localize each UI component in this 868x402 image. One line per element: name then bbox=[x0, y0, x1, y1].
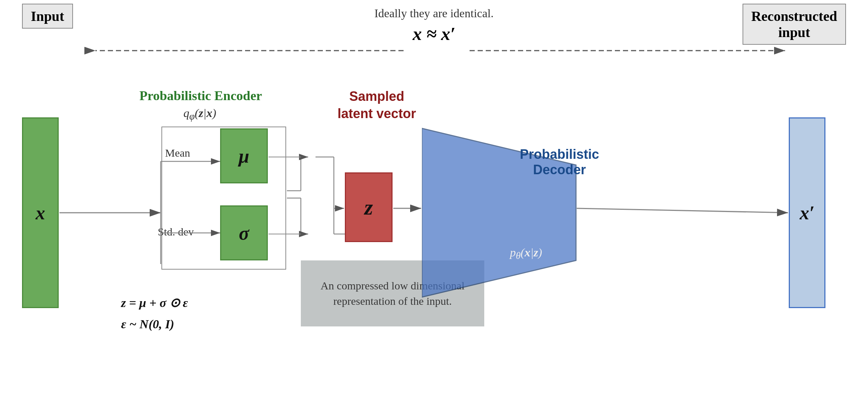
latent-vector-title: Sampled latent vector bbox=[338, 88, 416, 123]
epsilon-formula: ε ~ N(0, I) bbox=[121, 317, 174, 331]
encoder-formula: qφ(z|x) bbox=[183, 106, 216, 122]
stddev-text-label: Std. dev bbox=[158, 226, 194, 238]
encoder-title: Probabilistic Encoder bbox=[139, 88, 262, 103]
output-var-label: x′ bbox=[800, 202, 815, 224]
main-area: x Probabilistic Encoder qφ(z|x) Mean μ σ… bbox=[0, 88, 868, 389]
sigma-box: σ bbox=[220, 205, 268, 260]
mean-box: μ bbox=[220, 128, 268, 183]
input-rectangle: x bbox=[22, 117, 59, 308]
sigma-label: σ bbox=[239, 222, 249, 244]
input-label-text: Input bbox=[31, 8, 64, 24]
svg-line-25 bbox=[577, 208, 788, 213]
mean-text-label: Mean bbox=[165, 147, 190, 159]
decoder-formula: pθ(x|z) bbox=[510, 246, 542, 262]
diagram-container: Input Reconstructed input Ideally they a… bbox=[0, 0, 868, 402]
identical-text: Ideally they are identical. bbox=[374, 7, 493, 20]
output-rectangle: x′ bbox=[789, 117, 825, 308]
latent-z-box: z bbox=[345, 172, 393, 242]
input-var-label: x bbox=[36, 202, 45, 224]
top-middle: Ideally they are identical. x ≈ x′ bbox=[374, 7, 493, 44]
reconstructed-label-box: Reconstructed input bbox=[743, 4, 846, 45]
decoder-title: Probabilistic Decoder bbox=[495, 147, 624, 178]
reparam-formula: z = μ + σ ⊙ ε bbox=[121, 295, 188, 310]
latent-var-label: z bbox=[364, 195, 373, 220]
reconstructed-label-text: Reconstructed input bbox=[751, 8, 837, 40]
approx-formula: x ≈ x′ bbox=[374, 23, 493, 44]
mean-label: μ bbox=[239, 145, 249, 167]
input-label-box: Input bbox=[22, 4, 73, 29]
